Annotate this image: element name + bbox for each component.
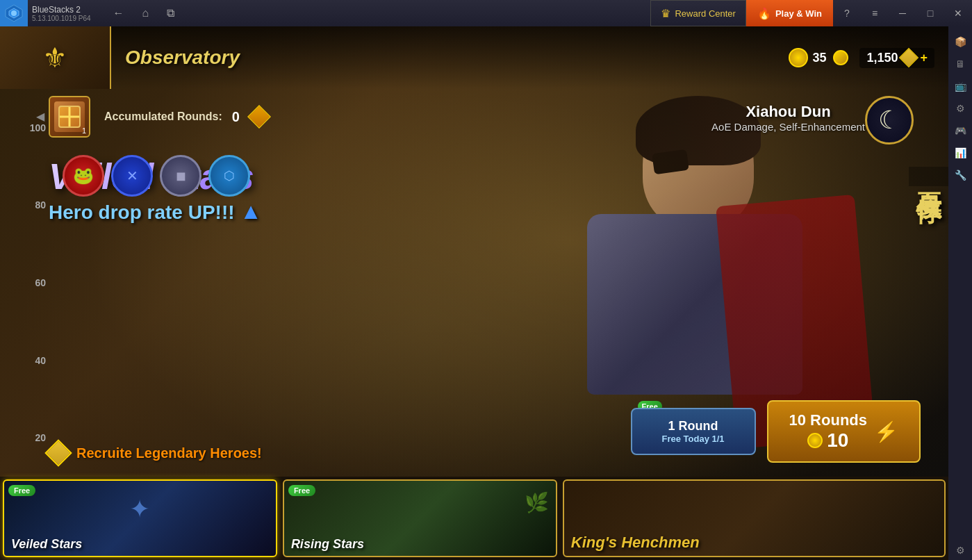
accumulated-label: Accumulated Rounds: — [104, 110, 222, 123]
home-button[interactable]: ⌂ — [138, 6, 154, 21]
side-icon-3[interactable]: 📺 — [950, 76, 970, 96]
coin-icon — [789, 48, 808, 67]
banner-kings-label: King's Henchmen — [564, 529, 707, 556]
diamond-icon — [899, 48, 919, 67]
action-buttons: Free 1 Round Free Today 1/1 10 Rounds 10… — [631, 400, 921, 463]
skill-icon-4: ⬡ — [208, 155, 250, 197]
svg-point-2 — [11, 10, 17, 16]
recruit-area: Recruite Legendary Heroes! — [49, 443, 262, 463]
play-win-label: Play & Win — [775, 8, 822, 19]
side-icon-4[interactable]: ⚙ — [950, 99, 970, 118]
game-header: ⚜ Observatory 35 1,150 + — [0, 26, 948, 89]
main-content: 1 Accumulated Rounds: 0 Veiled Stars Her… — [49, 89, 948, 477]
window-controls: ? ≡ ─ □ ✕ — [833, 0, 972, 26]
play-win-button[interactable]: 🔥 Play & Win — [746, 0, 833, 26]
star-deco: ✦ — [129, 495, 150, 524]
banner-kings-henchmen[interactable]: King's Henchmen — [563, 479, 946, 557]
btn-1round-label: 1 Round — [653, 419, 734, 434]
recruit-diamond-icon — [44, 439, 72, 467]
btn-10rounds-content: 10 Rounds 10 — [789, 411, 867, 452]
diamond-amount: 1,150 — [866, 51, 898, 65]
game-logo: ⚜ — [0, 26, 111, 89]
btn-1round-sub: Free Today 1/1 — [653, 434, 734, 444]
nav-buttons: ← ⌂ ⧉ — [109, 6, 179, 21]
scale-markers: 100 80 60 40 20 — [28, 89, 49, 477]
btn-1round[interactable]: 1 Round Free Today 1/1 — [631, 408, 756, 455]
side-icon-1[interactable]: 📦 — [950, 32, 970, 51]
banner-rising-stars[interactable]: Free 🌿 Rising Stars — [283, 479, 557, 557]
warning-icon — [247, 105, 271, 129]
banner-veiled-label: Veiled Stars — [4, 533, 89, 556]
game-area: ⚜ Observatory 35 1,150 + 100 80 60 40 20… — [0, 26, 948, 560]
menu-button[interactable]: ≡ — [861, 0, 889, 26]
diamond-plus: + — [920, 51, 928, 65]
gold-currency: 35 — [789, 48, 848, 67]
maximize-button[interactable]: □ — [916, 0, 944, 26]
btn-1round-wrapper: Free 1 Round Free Today 1/1 — [631, 408, 756, 455]
fire-icon: 🔥 — [757, 7, 771, 20]
chinese-chars: 夏侯惇 — [909, 167, 948, 186]
btn-10rounds-label: 10 Rounds — [789, 411, 867, 429]
copy-button[interactable]: ⧉ — [163, 6, 179, 21]
close-button[interactable]: ✕ — [944, 0, 972, 26]
scale-40: 40 — [35, 355, 46, 366]
item-count: 1 — [82, 126, 86, 135]
bluestacks-logo — [0, 0, 28, 26]
moon-symbol: ☾ — [865, 96, 914, 145]
banner-veiled-stars[interactable]: Free ✦ Veiled Stars — [3, 479, 277, 557]
char-info: Xiahou Dun AoE Damage, Self-Enhancement — [711, 103, 865, 133]
game-title: Observatory — [125, 47, 240, 69]
crown-icon: ♛ — [661, 7, 670, 20]
back-button[interactable]: ← — [109, 6, 129, 21]
scale-100: 100 — [30, 122, 46, 133]
up-arrow-icon: ▲ — [240, 199, 262, 224]
reward-center-label: Reward Center — [675, 8, 735, 19]
leaf-deco: 🌿 — [525, 491, 549, 514]
side-icon-6[interactable]: 📊 — [950, 143, 970, 163]
scale-80: 80 — [35, 199, 46, 211]
char-desc: AoE Damage, Self-Enhancement — [711, 121, 865, 133]
lightning-icon: ⚡ — [874, 420, 898, 443]
reward-box: 1 — [49, 96, 90, 138]
char-name: Xiahou Dun — [711, 103, 865, 121]
scale-nav-left[interactable]: ◀ — [36, 110, 44, 123]
side-icon-settings[interactable]: ⚙ — [950, 541, 970, 560]
title-bar: BlueStacks 2 5.13.100.1019 P64 ← ⌂ ⧉ ♛ R… — [0, 0, 972, 26]
scale-60: 60 — [35, 277, 46, 288]
skill-icon-3: ◼ — [160, 155, 201, 197]
btn-10rounds[interactable]: 10 Rounds 10 ⚡ — [767, 400, 921, 463]
moon-icon: ☾ — [878, 106, 900, 135]
help-button[interactable]: ? — [833, 0, 861, 26]
skill-icon-1: 🐸 — [63, 155, 104, 197]
app-version: 5.13.100.1019 P64 — [32, 15, 91, 22]
accumulated-rounds-row: 1 Accumulated Rounds: 0 — [49, 96, 267, 138]
side-icon-7[interactable]: 🔧 — [950, 165, 970, 185]
recruit-text: Recruite Legendary Heroes! — [76, 445, 262, 461]
side-icon-5[interactable]: 🎮 — [950, 121, 970, 140]
gold-amount: 35 — [812, 51, 826, 65]
right-side-panel: 📦 🖥 📺 ⚙ 🎮 📊 🔧 ⚙ — [948, 26, 972, 560]
side-icon-2[interactable]: 🖥 — [950, 54, 970, 74]
cost-num: 10 — [827, 429, 848, 452]
reward-center-button[interactable]: ♛ Reward Center — [650, 0, 746, 26]
scale-20: 20 — [35, 432, 46, 443]
reward-box-inner — [54, 101, 85, 132]
diamond-currency: 1,150 + — [859, 48, 934, 68]
app-name: BlueStacks 2 — [32, 5, 81, 15]
minimize-button[interactable]: ─ — [889, 0, 916, 26]
skill-icon-2: ✕ — [111, 155, 153, 197]
accumulated-value: 0 — [232, 109, 240, 125]
bottom-banners: Free ✦ Veiled Stars Free 🌿 Rising Stars … — [0, 477, 948, 560]
cost-coin-icon — [807, 433, 823, 448]
skill-icons: 🐸 ✕ ◼ ⬡ — [63, 155, 879, 197]
banner-rising-label: Rising Stars — [284, 533, 371, 556]
btn-10rounds-cost: 10 — [807, 429, 848, 452]
hero-drop-text: Hero drop rate UP!!! ▲ — [49, 199, 396, 224]
banner-veiled-free: Free — [8, 485, 35, 496]
banner-rising-free: Free — [288, 485, 315, 496]
gold-icon — [833, 50, 848, 65]
